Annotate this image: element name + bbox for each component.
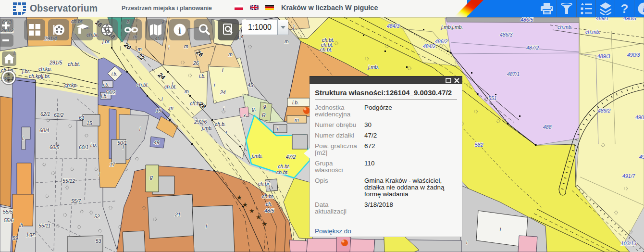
svg-text:m: m: [169, 105, 173, 111]
svg-text:ch.mb.: ch.mb.: [557, 24, 573, 30]
svg-text:489/2: 489/2: [598, 108, 610, 113]
svg-text:m: m: [295, 117, 299, 123]
svg-text:26: 26: [193, 60, 199, 66]
svg-text:61: 61: [79, 115, 85, 121]
svg-text:53: 53: [96, 238, 101, 244]
svg-text:ch.kp.: ch.kp.: [38, 66, 52, 72]
svg-text:i.: i.: [22, 135, 25, 141]
svg-text:j.mb.: j.mb.: [251, 153, 263, 159]
svg-text:ch.bt.: ch.bt.: [262, 193, 274, 199]
svg-text:484/3: 484/3: [387, 23, 399, 29]
svg-text:★: ★: [236, 194, 242, 201]
svg-text:48/5: 48/5: [264, 208, 274, 214]
svg-text:487/1: 487/1: [507, 71, 520, 77]
svg-text:59: 59: [12, 235, 18, 241]
svg-text:m: m: [184, 43, 188, 49]
svg-text:47/2: 47/2: [286, 154, 296, 160]
svg-text:49: 49: [154, 139, 160, 145]
svg-text:55/11: 55/11: [38, 223, 51, 228]
svg-text:291/5: 291/5: [49, 60, 62, 65]
svg-text:ch.bt.: ch.bt.: [68, 61, 80, 67]
svg-text:★: ★: [242, 201, 248, 208]
svg-text:i.b.: i.b.: [101, 93, 108, 99]
svg-text:103/13: 103/13: [621, 240, 636, 246]
svg-text:491/7: 491/7: [622, 173, 635, 179]
svg-text:486/5: 486/5: [520, 17, 533, 23]
svg-text:ch.bt.: ch.bt.: [164, 84, 177, 89]
svg-text:m: m: [185, 88, 189, 94]
svg-text:i.b.: i.b.: [292, 100, 299, 105]
svg-text:62/2: 62/2: [54, 112, 64, 118]
svg-text:j.mb.: j.mb.: [367, 64, 379, 70]
svg-text:g: g: [263, 103, 266, 109]
svg-text:55/12: 55/12: [62, 178, 75, 184]
svg-text:487/2: 487/2: [526, 45, 539, 50]
svg-text:i.b.: i.b.: [103, 82, 110, 88]
svg-text:★: ★: [249, 207, 255, 214]
svg-text:486/3: 486/3: [500, 32, 512, 38]
svg-text:x: x: [243, 113, 246, 118]
svg-text:i.b.: i.b.: [199, 73, 206, 79]
svg-text:60/5: 60/5: [50, 144, 60, 150]
svg-text:60/1: 60/1: [79, 144, 88, 150]
svg-text:484/2: 484/2: [423, 43, 435, 49]
svg-text:R: R: [262, 112, 266, 118]
svg-text:ch.br.: ch.br.: [258, 181, 271, 187]
svg-text:62/1: 62/1: [40, 111, 50, 117]
svg-text:55/5: 55/5: [3, 209, 13, 214]
svg-text:i.b.: i.b.: [111, 72, 117, 76]
svg-text:292/6: 292/6: [194, 119, 207, 125]
svg-text:490/2: 490/2: [635, 114, 644, 120]
svg-text:j.mb.j.mb.: j.mb.j.mb.: [440, 24, 463, 30]
svg-text:j.mb.: j.mb.: [201, 125, 213, 131]
svg-text:55/7: 55/7: [71, 198, 82, 204]
svg-text:24: 24: [220, 89, 226, 95]
svg-text:ch.: ch.: [266, 201, 272, 207]
svg-text:★: ★: [256, 214, 261, 221]
svg-text:582: 582: [475, 142, 483, 148]
svg-text:m: m: [137, 46, 142, 52]
svg-text:ch.kp.: ch.kp.: [64, 82, 78, 88]
svg-text:ch.bt.: ch.bt.: [278, 164, 290, 169]
svg-text:490/5: 490/5: [623, 17, 636, 21]
svg-text:m: m: [228, 51, 233, 57]
svg-text:55/6: 55/6: [4, 217, 14, 223]
svg-text:g: g: [150, 174, 153, 180]
svg-text:g,: g,: [252, 106, 256, 112]
svg-text:488: 488: [543, 124, 552, 130]
svg-text:ch.bt.: ch.bt.: [320, 47, 333, 52]
svg-text:ch.b.: ch.b.: [215, 121, 226, 127]
svg-text:h: h: [20, 222, 23, 228]
svg-text:17: 17: [110, 162, 116, 167]
svg-text:19: 19: [156, 108, 161, 113]
svg-text:ch.bt.: ch.bt.: [136, 82, 149, 88]
svg-text:m: m: [285, 38, 289, 44]
svg-text:45: 45: [248, 82, 253, 88]
svg-text:j.gz.: j.gz.: [26, 231, 36, 237]
svg-text:21: 21: [174, 212, 181, 217]
svg-text:490/3: 490/3: [627, 52, 640, 58]
svg-text:489/3: 489/3: [597, 53, 610, 59]
svg-text:15: 15: [87, 120, 92, 126]
svg-text:60/4: 60/4: [39, 127, 50, 133]
svg-text:ch.mb.: ch.mb.: [585, 29, 601, 35]
svg-text:ch.bt.: ch.bt.: [276, 169, 289, 175]
svg-text:ch.kp|j.br.: ch.kp|j.br.: [29, 73, 50, 79]
svg-text:52: 52: [94, 214, 100, 219]
svg-text:489/1: 489/1: [596, 17, 608, 21]
svg-text:★: ★: [262, 220, 268, 227]
svg-text:i.o.: i.o.: [90, 142, 97, 148]
svg-text:551: 551: [488, 95, 497, 101]
svg-text:i: i: [178, 25, 181, 36]
svg-text:486/2: 486/2: [435, 38, 447, 44]
svg-text:491/8: 491/8: [639, 154, 644, 160]
